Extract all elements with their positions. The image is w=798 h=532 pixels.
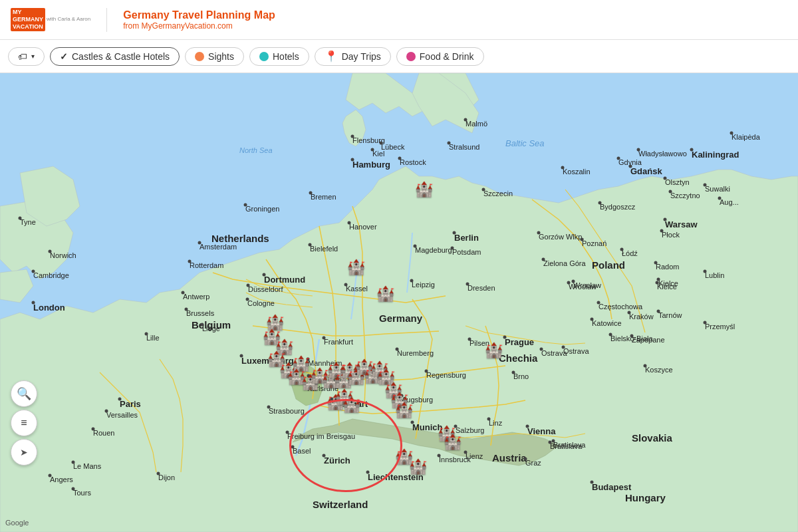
filter-hotels[interactable]: Hotels [249,47,309,66]
city-dot [92,428,95,431]
filter-food[interactable]: Food & Drink [396,47,484,66]
navigate-icon: ➤ [20,447,28,458]
city-dot [526,425,529,428]
city-dot [267,406,271,409]
city-dot [657,310,660,313]
city-dot [105,410,108,413]
city-dot [482,188,485,192]
city-dot [524,458,527,461]
city-dot [323,454,326,458]
city-dot [157,472,160,475]
city-dot [561,166,565,170]
city-dot [49,474,52,477]
city-dot [464,451,467,454]
city-dot [344,283,348,287]
city-dot [664,177,667,180]
city-dot [286,431,289,434]
castle-marker[interactable]: 🏰 [395,402,413,419]
city-dot [451,247,454,250]
city-dot [512,371,515,374]
city-dot [591,318,594,321]
navigate-button[interactable]: ➤ [11,439,37,466]
city-dot [201,323,204,327]
city-dot [323,336,326,340]
city-dot [617,157,620,160]
castle-marker[interactable]: 🏰 [347,259,365,276]
tag-icon-button[interactable]: 🏷 ▾ [8,47,45,66]
castle-marker[interactable]: 🏰 [415,181,433,198]
header-title-area: Germany Travel Planning Map from MyGerma… [123,9,275,31]
city-dot [247,284,250,287]
city-dot [468,338,471,341]
city-dot [351,135,354,138]
logo-my: MY [13,9,43,16]
city-dot [32,301,35,305]
city-dot [718,197,722,200]
hotels-icon [259,52,269,61]
castle-marker[interactable]: 🏰 [342,396,360,414]
daytrips-icon: 📍 [325,51,338,62]
city-dot [246,298,249,301]
castle-marker[interactable]: 🏰 [444,434,462,451]
city-dot [598,201,602,205]
city-dot [380,142,383,145]
filter-sights-label: Sights [208,51,234,62]
city-dot [49,250,52,253]
filter-daytrips[interactable]: 📍 Day Trips [315,47,391,66]
city-dot [630,334,634,338]
city-dot [567,281,571,285]
layers-button[interactable]: ≡ [11,410,37,436]
city-dot [453,231,456,235]
city-dot [118,398,122,401]
castle-marker[interactable]: 🏰 [376,285,394,303]
city-dot [244,203,247,207]
city-dot [620,248,624,251]
header-subtitle: from MyGermanyVacation.com [123,21,275,31]
city-dot [581,238,584,241]
city-dot [72,487,75,491]
city-dot [438,454,441,458]
city-dot [448,142,451,145]
city-dot [398,157,402,160]
city-dot [466,283,469,286]
tag-icon: 🏷 [18,51,27,62]
city-dot [629,165,632,168]
filter-food-label: Food & Drink [420,51,474,62]
city-dot [348,221,351,225]
search-icon: 🔍 [17,386,31,401]
map-container[interactable]: Baltic Sea North Sea HamburgBremenBerlin… [0,73,798,532]
city-dot [704,321,707,325]
city-dot [487,418,491,421]
city-dot [291,446,295,449]
city-dot [188,260,192,263]
city-dot [664,218,667,221]
city-dot [609,333,612,336]
city-dot [572,280,575,283]
city-dot [644,364,647,368]
logo-germany: GERMANY [13,16,43,23]
filter-castles[interactable]: ✓ Castles & Castle Hotels [50,47,180,66]
header-title: Germany Travel Planning Map [123,9,275,21]
tag-chevron-icon: ▾ [31,53,35,60]
city-dot [240,354,243,358]
city-dot [669,190,672,194]
city-dot [656,281,659,285]
search-button[interactable]: 🔍 [11,380,37,407]
svg-text:Baltic Sea: Baltic Sea [505,138,545,148]
city-dot [198,241,201,245]
city-dot [542,258,545,261]
city-dot [32,270,35,273]
filter-sights[interactable]: Sights [185,47,244,66]
city-dot [637,148,640,152]
layers-icon: ≡ [21,417,27,429]
city-dot [396,348,399,351]
city-dot [690,148,694,152]
castle-marker[interactable]: 🏰 [485,342,503,359]
city-dot [503,336,507,339]
castle-marker[interactable]: 🏰 [409,458,427,475]
food-icon [406,52,416,61]
city-dot [654,261,658,265]
google-logo: Google [5,519,29,527]
check-icon: ✓ [60,51,68,62]
logo-vacation: VACATION [13,23,43,31]
